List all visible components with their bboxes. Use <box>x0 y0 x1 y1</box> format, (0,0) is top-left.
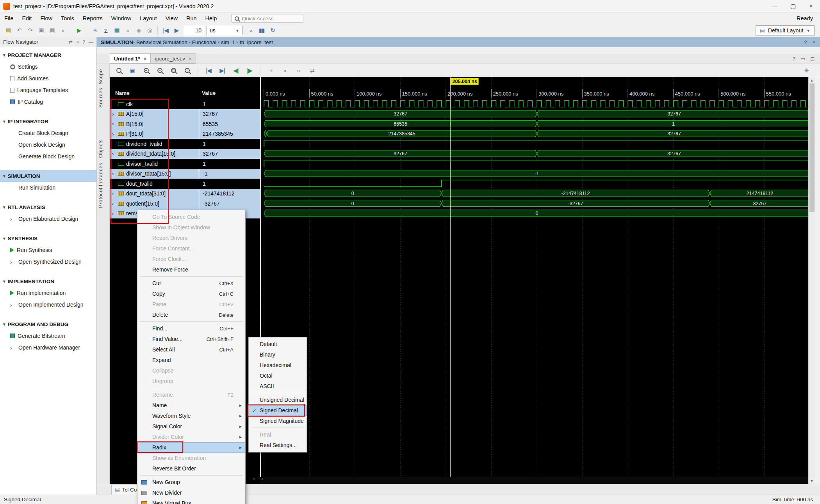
close-icon[interactable]: × <box>123 25 133 35</box>
previous-marker-icon[interactable]: « <box>280 66 290 76</box>
find-icon[interactable] <box>114 66 124 76</box>
signal-row-clk[interactable]: clk1 <box>110 99 260 109</box>
tab-ipcore-test-v[interactable]: ipcore_test.v× <box>151 53 196 64</box>
settings-gear-icon[interactable]: ✳ <box>90 25 100 35</box>
value-column-header[interactable]: Value <box>202 90 216 96</box>
next-transition-icon[interactable]: |▶ <box>244 66 255 76</box>
flow-item-language-templates[interactable]: Language Templates <box>0 84 96 96</box>
waveform-clk[interactable] <box>264 101 808 107</box>
tab-untitled-1[interactable]: Untitled 1*× <box>110 53 151 64</box>
collapse-name-pane-icon[interactable]: ‹ <box>261 476 263 482</box>
menubar-item-file[interactable]: File <box>0 14 18 23</box>
expander-icon[interactable]: › <box>112 191 116 197</box>
flow-section-header-program-and-debug[interactable]: ▾PROGRAM AND DEBUG <box>0 318 96 330</box>
swap-cursors-icon[interactable]: ⇄ <box>307 66 317 76</box>
context-menu-item-select-all[interactable]: Select AllCtrl+A <box>137 344 245 355</box>
probe-icon[interactable]: ◎ <box>144 25 155 35</box>
flow-section-header-rtl-analysis[interactable]: ▾RTL ANALYSIS <box>0 201 96 213</box>
flow-item-generate-block-design[interactable]: Generate Block Design <box>0 151 96 162</box>
flow-item-run-implementation[interactable]: Run Implementation <box>0 287 96 299</box>
previous-transition-icon[interactable]: ◀| <box>231 66 241 76</box>
scrollbar-thumb[interactable] <box>809 83 815 212</box>
context-menu-item-radix[interactable]: Radix▸ <box>137 442 245 453</box>
step-icon[interactable]: » <box>246 25 256 35</box>
signal-row-b-15-0[interactable]: ›B[15:0]65535 <box>110 119 260 129</box>
context-menu-item-expand[interactable]: Expand <box>137 355 245 366</box>
close-button[interactable]: × <box>802 0 820 12</box>
signal-row-p-31-0[interactable]: ›P[31:0]2147385345 <box>110 129 260 139</box>
menubar-item-layout[interactable]: Layout <box>135 14 161 23</box>
flow-section-header-ip-integrator[interactable]: ▾IP INTEGRATOR <box>0 115 96 127</box>
expander-icon[interactable]: › <box>112 121 116 127</box>
radix-item-signed-magnitude[interactable]: Signed Magnitude <box>249 416 307 426</box>
scroll-up-icon[interactable]: ▲ <box>809 77 815 83</box>
context-menu-item-remove-force[interactable]: Remove Force <box>137 264 245 275</box>
expander-icon[interactable]: › <box>112 201 116 206</box>
context-menu-item-new-group[interactable]: New Group <box>137 477 245 488</box>
quick-access-box[interactable]: Quick Access <box>231 14 303 23</box>
close-icon[interactable]: × <box>189 56 192 62</box>
minimize-button[interactable]: — <box>766 0 784 12</box>
signal-row-dividend-tvalid[interactable]: dividend_tvalid1 <box>110 139 260 149</box>
menubar-item-tools[interactable]: Tools <box>57 14 78 23</box>
menubar-item-window[interactable]: Window <box>107 14 136 23</box>
flow-section-header-synthesis[interactable]: ▾SYNTHESIS <box>0 232 96 244</box>
scroll-down-icon[interactable]: ▼ <box>809 478 815 484</box>
go-to-time-end-icon[interactable]: ▶| <box>217 66 227 76</box>
save-waveform-icon[interactable]: ▣ <box>127 66 137 76</box>
menubar-item-help[interactable]: Help <box>201 14 221 23</box>
waveform-b-15-0[interactable]: 655351 <box>264 121 808 127</box>
menu-icon[interactable]: ≡ <box>76 39 79 45</box>
sim-time-unit-select[interactable]: us ▼ <box>207 26 242 35</box>
run-all-icon[interactable]: ▶ <box>171 25 182 35</box>
layout-select[interactable]: ▤ Default Layout ▼ <box>756 25 815 35</box>
flow-item-open-elaborated-design[interactable]: ›Open Elaborated Design <box>0 213 96 225</box>
context-menu-item-waveform-style[interactable]: Waveform Style▸ <box>137 411 245 421</box>
flow-item-open-hardware-manager[interactable]: ›Open Hardware Manager <box>0 342 96 353</box>
radix-item-ascii[interactable]: ASCII <box>249 381 307 392</box>
close-icon[interactable]: × <box>812 39 815 45</box>
menubar-item-view[interactable]: View <box>161 14 182 23</box>
help-icon[interactable]: ? <box>82 39 85 45</box>
waveform-divisor-tvalid[interactable] <box>264 160 808 167</box>
paste-icon[interactable]: ▤ <box>47 25 57 35</box>
flow-item-open-implemented-design[interactable]: ›Open Implemented Design <box>0 299 96 311</box>
context-menu-item-copy[interactable]: CopyCtrl+C <box>137 289 245 299</box>
radix-item-signed-decimal[interactable]: ✓Signed Decimal <box>249 405 307 416</box>
menubar-item-flow[interactable]: Flow <box>36 14 57 23</box>
context-menu-item-name[interactable]: Name▸ <box>137 400 245 411</box>
context-menu-item-cut[interactable]: CutCtrl+X <box>137 278 245 289</box>
edit-icon[interactable]: ◆ <box>134 25 144 35</box>
expander-icon[interactable]: › <box>112 111 116 117</box>
flow-item-run-simulation[interactable]: Run Simulation <box>0 182 96 193</box>
waveform-quotient-15-0[interactable]: 0-3276732767 <box>264 200 808 207</box>
signal-row-dout-tdata-31-0[interactable]: ›dout_tdata[31:0]-2147418112 <box>110 189 260 199</box>
side-tab-scope[interactable]: Scope <box>98 67 109 86</box>
expander-icon[interactable]: › <box>112 131 116 137</box>
expander-icon[interactable]: › <box>112 211 116 217</box>
radix-item-unsigned-decimal[interactable]: Unsigned Decimal <box>249 395 307 405</box>
expander-icon[interactable]: › <box>112 171 116 177</box>
open-file-icon[interactable]: ▤ <box>3 25 13 35</box>
flow-item-run-synthesis[interactable]: Run Synthesis <box>0 244 96 256</box>
waveform-dividend-tdata-15-0[interactable]: 32767-32767 <box>264 150 808 157</box>
radix-item-hexadecimal[interactable]: Hexadecimal <box>249 360 307 371</box>
next-marker-icon[interactable]: » <box>293 66 303 76</box>
waveform-dividend-tvalid[interactable] <box>264 140 808 147</box>
signal-row-divisor-tdata-15-0[interactable]: ›divisor_tdata[15:0]-1 <box>110 169 260 179</box>
flow-item-create-block-design[interactable]: Create Block Design <box>0 127 96 139</box>
zoom-fit-icon[interactable]: □ <box>168 66 178 76</box>
sum-icon[interactable]: Σ <box>101 25 111 35</box>
context-menu-item-reverse-bit-order[interactable]: Reverse Bit Order <box>137 463 245 474</box>
name-column-header[interactable]: Name <box>115 90 130 96</box>
waveform-a-15-0[interactable]: 32767-32767 <box>264 110 808 117</box>
side-tab-sources[interactable]: Sources <box>98 86 109 110</box>
waveform-dout-tdata-31-0[interactable]: 0-21474181122147418112 <box>264 190 808 197</box>
maximize-button[interactable]: ▢ <box>784 0 802 12</box>
signal-row-dividend-tdata-15-0[interactable]: ›dividend_tdata[15:0]32767 <box>110 149 260 159</box>
expand-name-pane-icon[interactable]: › <box>253 476 255 482</box>
run-icon[interactable]: ▶ <box>74 25 84 35</box>
flow-item-open-synthesized-design[interactable]: ›Open Synthesized Design <box>0 256 96 268</box>
radix-item-binary[interactable]: Binary <box>249 350 307 360</box>
radix-item-octal[interactable]: Octal <box>249 371 307 381</box>
